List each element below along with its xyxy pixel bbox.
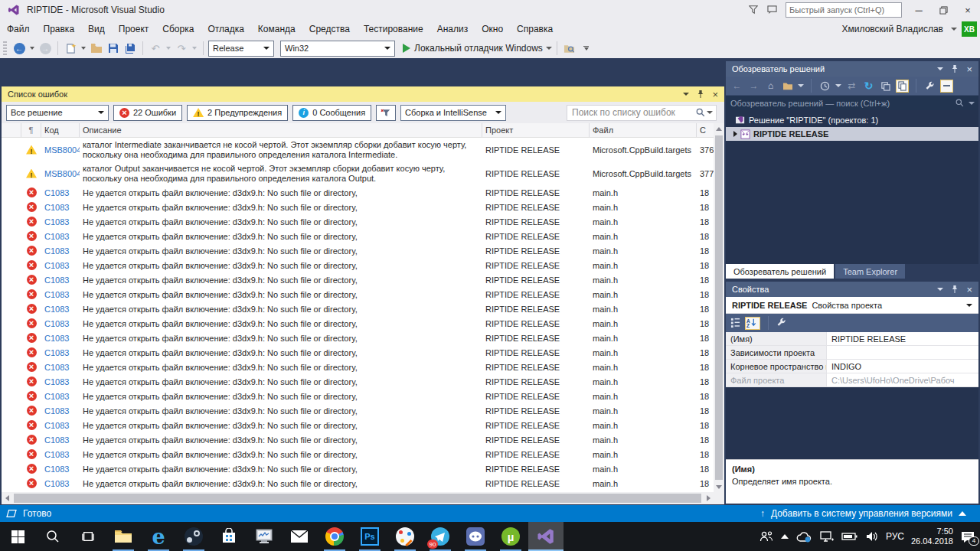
taskbar-visual-studio[interactable]: [528, 522, 564, 551]
property-row[interactable]: Файл проектаC:\Users\UfoHo\OneDrive\Рабо…: [726, 373, 978, 387]
error-row[interactable]: ×C1083Не удается открыть файл включение:…: [2, 447, 714, 461]
minimize-button[interactable]: ─: [906, 1, 931, 19]
errors-toggle-button[interactable]: × 22 Ошибки: [113, 105, 182, 121]
column-code[interactable]: Код: [41, 123, 80, 137]
quick-launch-input[interactable]: [786, 5, 901, 15]
error-search-box[interactable]: [567, 105, 717, 121]
find-in-files-button[interactable]: [562, 41, 577, 56]
task-view-button[interactable]: [70, 522, 106, 551]
close-icon[interactable]: ×: [966, 284, 972, 295]
error-row[interactable]: ×C1083Не удается открыть файл включение:…: [2, 345, 714, 360]
vertical-scrollbar[interactable]: [714, 123, 724, 492]
taskbar-clock[interactable]: 7:50 26.04.2018: [911, 527, 953, 546]
menu-item[interactable]: Средства: [302, 21, 357, 37]
redo-dropdown-icon[interactable]: [192, 47, 197, 50]
menu-item[interactable]: Команда: [251, 21, 302, 37]
sort-alphabetical-icon[interactable]: AZ: [745, 317, 760, 330]
categorized-icon[interactable]: [730, 318, 740, 329]
add-to-source-control-button[interactable]: ↑ Добавить в систему управления версиями: [760, 508, 966, 519]
close-button[interactable]: ×: [956, 1, 980, 19]
switch-views-icon[interactable]: [781, 80, 794, 93]
start-button[interactable]: [0, 522, 35, 551]
menu-item[interactable]: Вид: [81, 21, 112, 37]
pin-icon[interactable]: [951, 285, 959, 294]
error-row[interactable]: ×C1083Не удается открыть файл включение:…: [2, 331, 714, 345]
battery-icon[interactable]: [841, 532, 858, 541]
menu-item[interactable]: Проект: [112, 21, 156, 37]
error-row[interactable]: ×C1083Не удается открыть файл включение:…: [2, 360, 714, 374]
quick-launch-box[interactable]: [786, 2, 902, 18]
error-search-input[interactable]: [567, 107, 696, 118]
error-row[interactable]: ×C1083Не удается открыть файл включение:…: [2, 374, 714, 389]
save-button[interactable]: [106, 41, 121, 56]
project-node[interactable]: RIPTIDE RELEASE: [726, 127, 978, 141]
taskbar-steam[interactable]: [176, 522, 211, 551]
close-icon[interactable]: ×: [712, 89, 718, 100]
taskbar-photoshop[interactable]: Ps: [352, 522, 387, 551]
error-row[interactable]: ×C1083Не удается открыть файл включение:…: [2, 418, 714, 432]
window-position-caret-icon[interactable]: [937, 67, 943, 70]
column-file[interactable]: Файл: [590, 123, 697, 137]
menu-item[interactable]: Файл: [0, 21, 37, 37]
menu-item[interactable]: Отладка: [201, 21, 250, 37]
property-row[interactable]: Корневое пространство имINDIGO: [726, 360, 978, 373]
undo-dropdown-icon[interactable]: [166, 47, 171, 50]
menu-item[interactable]: Правка: [37, 21, 82, 37]
window-position-caret-icon[interactable]: [683, 93, 689, 96]
expand-icon[interactable]: [733, 131, 737, 137]
menu-item[interactable]: Окно: [475, 21, 510, 37]
network-icon[interactable]: [819, 530, 835, 543]
error-row[interactable]: ×C1083Не удается открыть файл включение:…: [2, 229, 714, 243]
error-row[interactable]: ×C1083Не удается открыть файл включение:…: [2, 389, 714, 403]
undo-button[interactable]: ↶: [148, 41, 163, 56]
taskbar-mail[interactable]: [282, 522, 317, 551]
property-pages-wrench-icon[interactable]: [776, 318, 786, 329]
taskbar-edge[interactable]: e: [141, 522, 176, 551]
taskbar-file-explorer[interactable]: [106, 522, 141, 551]
vscroll-thumb[interactable]: [715, 135, 723, 480]
property-row[interactable]: Зависимости проекта: [726, 346, 978, 360]
warnings-toggle-button[interactable]: 2 Предупреждения: [187, 105, 288, 121]
pin-icon[interactable]: [951, 64, 959, 73]
taskbar-telegram[interactable]: 90: [423, 522, 458, 551]
tab-solution-explorer[interactable]: Обозреватель решений: [726, 264, 834, 279]
save-all-button[interactable]: [122, 41, 138, 56]
error-row[interactable]: ×C1083Не удается открыть файл включение:…: [2, 272, 714, 287]
navigate-forward-button[interactable]: →: [38, 41, 53, 56]
platform-combo[interactable]: Win32: [280, 41, 395, 57]
taskbar-paint3d[interactable]: [387, 522, 423, 551]
user-name[interactable]: Хмиловский Владислав: [842, 24, 943, 34]
taskbar-discord[interactable]: [458, 522, 493, 551]
columns-filter-button[interactable]: [376, 105, 396, 121]
send-feedback-icon[interactable]: [763, 2, 781, 18]
error-row[interactable]: ×C1083Не удается открыть файл включение:…: [2, 432, 714, 447]
window-position-caret-icon[interactable]: [937, 288, 943, 291]
user-avatar[interactable]: ХВ: [962, 21, 977, 37]
error-list-titlebar[interactable]: Список ошибок ×: [2, 86, 724, 102]
error-row[interactable]: ×C1083Не удается открыть файл включение:…: [2, 461, 714, 476]
restore-button[interactable]: [931, 1, 956, 19]
taskbar-search-button[interactable]: [35, 522, 70, 551]
taskbar-store[interactable]: [211, 522, 247, 551]
error-row[interactable]: ×C1083Не удается открыть файл включение:…: [2, 287, 714, 302]
menu-item[interactable]: Анализ: [430, 21, 475, 37]
properties-wrench-icon[interactable]: [923, 80, 936, 93]
configuration-combo[interactable]: Release: [208, 41, 274, 57]
error-row[interactable]: ×C1083Не удается открыть файл включение:…: [2, 200, 714, 214]
home-icon[interactable]: ⌂: [764, 80, 777, 93]
column-description[interactable]: Описание: [80, 123, 482, 137]
solution-search-input[interactable]: [726, 99, 956, 108]
messages-toggle-button[interactable]: i 0 Сообщения: [292, 105, 371, 121]
open-file-button[interactable]: [89, 41, 104, 56]
navigate-back-dropdown-icon[interactable]: [30, 47, 34, 50]
redo-button[interactable]: ↷: [174, 41, 189, 56]
horizontal-scrollbar[interactable]: [2, 492, 724, 504]
taskbar-utorrent[interactable]: µ: [493, 522, 528, 551]
action-center-icon[interactable]: 4: [960, 530, 975, 543]
error-source-combo[interactable]: Сборка и IntelliSense: [400, 105, 506, 121]
column-severity[interactable]: ¶: [21, 123, 41, 137]
properties-titlebar[interactable]: Свойства ×: [726, 282, 978, 297]
taskbar-chrome[interactable]: [317, 522, 352, 551]
taskbar-system-monitor[interactable]: [247, 522, 282, 551]
new-project-dropdown-icon[interactable]: [81, 47, 86, 50]
